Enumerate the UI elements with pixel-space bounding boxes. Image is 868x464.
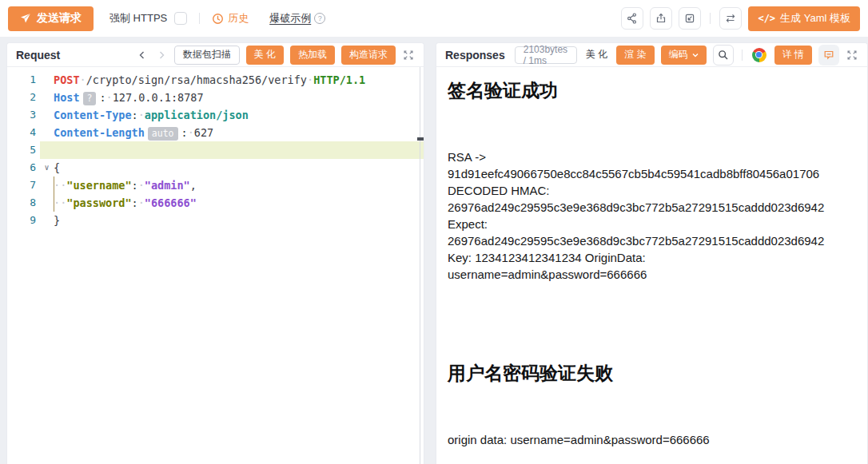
response-text-line: Expect: [448, 216, 856, 232]
response-body-lines: RSA ->91d91eefc49066750e8cc84c5567cb5b4c… [448, 149, 856, 283]
fold-gutter [40, 176, 54, 194]
packet-scan-button[interactable]: 数据包扫描 [174, 46, 240, 65]
export-button[interactable] [650, 7, 672, 30]
beautify-request-button[interactable]: 美 化 [246, 46, 284, 65]
editor-line[interactable]: 6∨{ [7, 159, 424, 176]
generate-yaml-button[interactable]: </> 生成 Yaml 模板 [748, 6, 860, 31]
editor-lines: 1POST·/crypto/sign/rsa/hmacsha256/verify… [7, 71, 424, 229]
request-editor[interactable]: 1POST·/crypto/sign/rsa/hmacsha256/verify… [7, 67, 424, 464]
beautify-response-button[interactable]: 美 化 [583, 48, 610, 61]
swap-button[interactable] [719, 7, 742, 30]
editor-line[interactable]: 1POST·/crypto/sign/rsa/hmacsha256/verify… [7, 71, 424, 89]
fold-gutter [40, 124, 54, 141]
encode-dropdown-button[interactable]: 编码 [661, 46, 707, 65]
build-request-button[interactable]: 构造请求 [341, 46, 396, 65]
request-header-actions: 数据包扫描 美 化 热加载 构造请求 [136, 46, 415, 65]
signature-success-heading: 签名验证成功 [448, 78, 856, 102]
chevron-right-icon [157, 50, 166, 60]
response-text-line: username=admin&password=666666 [448, 266, 856, 283]
open-in-browser-button[interactable] [751, 48, 768, 62]
fold-gutter [40, 71, 54, 89]
response-text-line: Key: 1234123412341234 OriginData: [448, 249, 856, 266]
line-content [54, 141, 424, 159]
line-number: 5 [7, 141, 36, 159]
response-fullscreen-button[interactable] [846, 50, 858, 60]
response-text-line: 26976ad249c29595c3e9e368d9c3bc772b5a2729… [448, 232, 856, 249]
line-content: Host?:·127.0.0.1:8787 [54, 89, 424, 106]
editor-line[interactable]: 4Content-Lengthauto:·627 [7, 124, 424, 141]
history-label: 历史 [228, 11, 249, 26]
origin-data-line: origin data: username=admin&password=666… [448, 431, 856, 448]
line-content: } [54, 212, 424, 229]
line-number: 7 [7, 176, 36, 194]
toolbar-right-group: </> 生成 Yaml 模板 [621, 6, 860, 31]
response-panel: Responses 2103bytes / 1ms 美 化 渲 染 编码 [436, 42, 868, 464]
response-panel-title: Responses [445, 49, 505, 61]
request-panel-header: Request 数据包扫描 美 化 热加载 构造请求 [7, 43, 424, 67]
share-button[interactable] [621, 7, 643, 30]
line-content: Content-Type:·application/json [54, 106, 424, 124]
send-request-button[interactable]: 发送请求 [8, 6, 94, 31]
response-meta-badge: 2103bytes / 1ms [515, 46, 577, 64]
response-panel-header: Responses 2103bytes / 1ms 美 化 渲 染 编码 [436, 43, 867, 67]
force-https-checkbox[interactable] [174, 12, 187, 25]
search-icon [718, 50, 729, 61]
details-button[interactable]: 详 情 [774, 46, 812, 65]
import-button[interactable] [679, 7, 701, 30]
question-circle-icon: ? [314, 13, 325, 24]
fold-gutter [40, 141, 54, 159]
response-text-line: DECODED HMAC: [448, 182, 856, 199]
search-button[interactable] [713, 45, 734, 65]
editor-line[interactable]: 3Content-Type:·application/json [7, 106, 424, 124]
code-icon: </> [758, 13, 775, 24]
blast-example-label: 爆破示例 [269, 11, 311, 26]
editor-line[interactable]: 8··"password":·"666666" [7, 194, 424, 212]
share-icon [627, 13, 638, 24]
chevron-down-icon [692, 52, 699, 58]
editor-scrollbar[interactable] [420, 67, 420, 464]
send-request-label: 发送请求 [37, 11, 82, 26]
line-content: Content-Lengthauto:·627 [54, 124, 424, 141]
blast-example-link[interactable]: 爆破示例 ? [269, 11, 325, 26]
toolbar-divider [199, 13, 200, 24]
swap-arrows-icon [725, 13, 736, 24]
response-header-divider [742, 50, 743, 61]
encode-label: 编码 [669, 48, 688, 61]
editor-line[interactable]: 7··"username":·"admin", [7, 176, 424, 194]
editor-scroll-marker [417, 137, 424, 141]
history-back-button[interactable] [136, 50, 149, 60]
response-header-actions: 美 化 渲 染 编码 详 情 [583, 45, 858, 65]
response-text-line: 26976ad249c29595c3e9e368d9c3bc772b5a2729… [448, 199, 856, 216]
editor-line[interactable]: 2Host?:·127.0.0.1:8787 [7, 89, 424, 106]
import-icon [684, 13, 695, 24]
fold-arrow-icon[interactable]: ∨ [40, 159, 54, 176]
render-button[interactable]: 渲 染 [616, 46, 654, 65]
expand-icon [404, 50, 413, 60]
request-fullscreen-button[interactable] [402, 50, 415, 60]
feedback-button[interactable] [818, 45, 839, 65]
top-toolbar: 发送请求 强制 HTTPS 历史 爆破示例 ? [0, 0, 868, 37]
chevron-left-icon [137, 50, 147, 60]
editor-line[interactable]: 9} [7, 212, 424, 229]
hot-reload-button[interactable]: 热加载 [290, 46, 335, 65]
history-forward-button[interactable] [155, 50, 168, 60]
password-fail-heading: 用户名密码验证失败 [448, 361, 856, 385]
line-content: POST·/crypto/sign/rsa/hmacsha256/verify·… [54, 71, 424, 89]
history-button[interactable]: 历史 [212, 11, 249, 26]
fold-gutter [40, 194, 54, 212]
fold-gutter [40, 89, 54, 106]
line-number: 4 [7, 124, 36, 141]
force-https-group: 强制 HTTPS [109, 11, 187, 26]
response-text-line: RSA -> [448, 149, 856, 165]
paper-plane-icon [20, 13, 31, 24]
line-number: 9 [7, 212, 36, 229]
editor-line[interactable]: 5 [7, 141, 424, 159]
chrome-icon [752, 48, 766, 62]
response-rendered-content: 签名验证成功 RSA ->91d91eefc49066750e8cc84c556… [436, 67, 867, 464]
request-panel: Request 数据包扫描 美 化 热加载 构造请求 [6, 42, 424, 464]
fold-gutter [40, 106, 54, 124]
comment-bubble-icon [823, 50, 834, 61]
generate-yaml-label: 生成 Yaml 模板 [780, 11, 850, 26]
toolbar-right-divider [710, 13, 711, 24]
line-number: 3 [7, 106, 36, 124]
